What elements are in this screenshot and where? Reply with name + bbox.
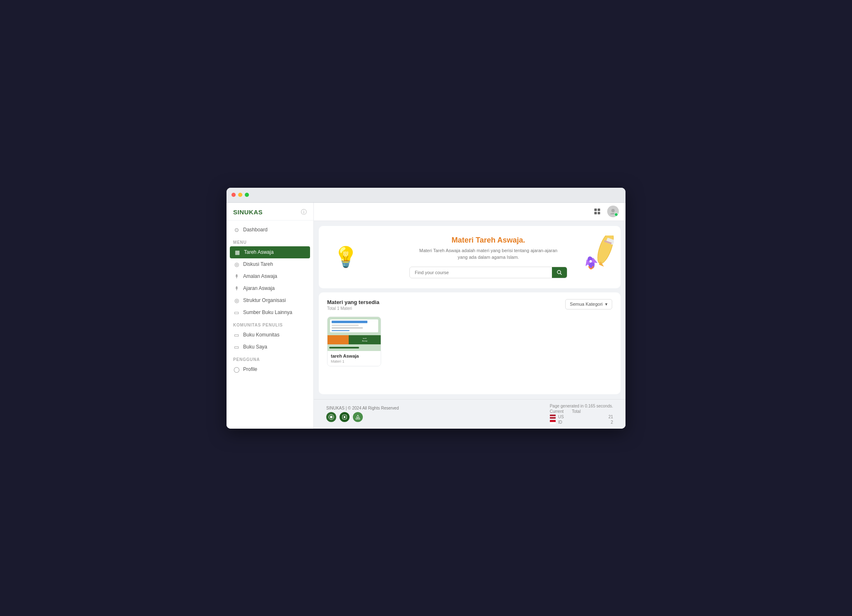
sidebar-item-ajaran-aswaja[interactable]: ↟ Ajaran Aswaja [227, 282, 313, 295]
course-card[interactable]: tarehAswaja tareh Aswaja Materi 1 [327, 317, 381, 366]
sidebar-item-label: Buku Saya [243, 344, 267, 350]
search-bar [409, 267, 567, 278]
stats-total-label: Total [572, 409, 581, 414]
sidebar-item-label: Sumber Buku Lainnya [243, 309, 292, 315]
top-bar [314, 203, 625, 221]
course-sub: Materi 1 [331, 359, 377, 363]
sidebar-item-label: Struktur Organisasi [243, 297, 286, 303]
sidebar-item-label: Buku Komunitas [243, 332, 279, 338]
hero-decoration [581, 236, 614, 279]
footer-copyright: SINUKAS | © 2024 All Rights Reserved [326, 406, 399, 410]
search-button[interactable] [552, 267, 567, 278]
section-subtitle: Total 1 Materi [327, 306, 379, 311]
footer-logos [326, 412, 399, 422]
dashboard-icon: ⊙ [233, 227, 240, 233]
us-label: US [558, 415, 564, 419]
sidebar-item-buku-komunitas[interactable]: ▭ Buku Komunitas [227, 329, 313, 341]
sidebar-item-label: Dashboard [243, 227, 268, 233]
search-input[interactable] [410, 267, 552, 278]
sidebar-item-label: Tareh Aswaja [244, 249, 273, 255]
diskusi-icon: ◎ [233, 261, 240, 268]
course-grid: tarehAswaja tareh Aswaja Materi 1 [327, 317, 612, 366]
sidebar-logo: SINUKAS ⓘ [227, 203, 313, 221]
footer-logo-3 [353, 412, 363, 422]
hero-title: Materi Tareh Aswaja. [369, 236, 608, 245]
svg-rect-20 [344, 416, 345, 418]
id-total: 2 [611, 420, 613, 425]
chevron-down-icon: ▾ [605, 302, 608, 307]
profile-icon: ◯ [233, 366, 240, 373]
filter-dropdown[interactable]: Semua Kategori ▾ [565, 299, 612, 309]
buku-komunitas-icon: ▭ [233, 332, 240, 338]
info-icon[interactable]: ⓘ [301, 209, 307, 216]
sidebar-nav: ⊙ Dashboard MENU ▦ Tareh Aswaja ◎ Diskus… [227, 221, 313, 429]
sidebar-item-label: Diskusi Tareh [243, 261, 273, 267]
course-thumbnail: tarehAswaja [328, 317, 381, 351]
ajaran-icon: ↟ [233, 285, 240, 292]
us-flag [550, 415, 556, 419]
footer-logo-2 [340, 412, 350, 422]
pengguna-section-label: PENGGUNA [227, 353, 313, 363]
sidebar: SINUKAS ⓘ ⊙ Dashboard MENU ▦ Tareh Aswaj… [227, 203, 314, 429]
course-section: Materi yang tersedia Total 1 Materi Semu… [319, 292, 621, 394]
sidebar-item-label: Ajaran Aswaja [243, 285, 275, 291]
svg-rect-2 [594, 212, 597, 214]
sidebar-item-diskusi-tareh[interactable]: ◎ Diskusi Tareh [227, 258, 313, 270]
buku-saya-icon: ▭ [233, 344, 240, 350]
us-total: 21 [608, 415, 613, 419]
course-name: tareh Aswaja [331, 353, 377, 358]
svg-line-6 [560, 273, 561, 275]
hero-text-block: Materi Tareh Aswaja. Materi Tareh Aswaja… [369, 236, 608, 278]
amalan-icon: ↟ [233, 273, 240, 280]
sidebar-item-label: Amalan Aswaja [243, 273, 277, 279]
stat-row-id: ID 2 [550, 420, 613, 425]
stats-current-label: Current [550, 409, 564, 414]
sidebar-item-sumber-buku-lainnya[interactable]: ▭ Sumber Buku Lainnya [227, 307, 313, 319]
main-content: 💡 Materi Tareh Aswaja. Materi Tareh Aswa… [314, 221, 625, 399]
svg-rect-0 [594, 209, 597, 211]
footer-performance: Page generated in 0.165 seconds. [550, 404, 613, 408]
svg-point-18 [330, 416, 332, 418]
right-panel: 💡 Materi Tareh Aswaja. Materi Tareh Aswa… [314, 203, 625, 429]
hero-mascot: 💡 [331, 243, 360, 272]
course-info: tareh Aswaja Materi 1 [328, 351, 381, 366]
sidebar-item-label: Profile [243, 366, 257, 372]
footer-logo-1 [326, 412, 336, 422]
sidebar-item-amalan-aswaja[interactable]: ↟ Amalan Aswaja [227, 270, 313, 282]
komunitas-section-label: KOMUNITAS PENULIS [227, 319, 313, 329]
app-title: SINUKAS [233, 209, 263, 216]
hero-subtitle: Materi Tareh Aswaja adalah materi yang b… [418, 247, 559, 261]
hero-banner: 💡 Materi Tareh Aswaja. Materi Tareh Aswa… [319, 226, 621, 288]
thumb-text: tarehAswaja [362, 337, 367, 342]
section-header: Materi yang tersedia Total 1 Materi Semu… [327, 299, 612, 311]
stat-row-us: US 21 [550, 415, 613, 419]
svg-point-22 [357, 417, 359, 419]
grid-icon-button[interactable] [591, 206, 603, 217]
sidebar-item-profile[interactable]: ◯ Profile [227, 363, 313, 375]
sidebar-item-dashboard[interactable]: ⊙ Dashboard [227, 224, 313, 236]
sidebar-item-struktur-organisasi[interactable]: ◎ Struktur Organisasi [227, 295, 313, 307]
id-label: ID [558, 420, 562, 425]
user-avatar[interactable] [607, 206, 619, 217]
id-flag [550, 420, 556, 424]
svg-point-4 [611, 209, 615, 212]
menu-section-label: MENU [227, 236, 313, 246]
footer: SINUKAS | © 2024 All Rights Reserved [314, 399, 625, 429]
struktur-icon: ◎ [233, 297, 240, 304]
svg-rect-1 [598, 209, 600, 211]
sidebar-item-tareh-aswaja[interactable]: ▦ Tareh Aswaja [230, 246, 310, 258]
sumber-icon: ▭ [233, 309, 240, 316]
sidebar-item-buku-saya[interactable]: ▭ Buku Saya [227, 341, 313, 353]
tareh-icon: ▦ [234, 249, 241, 255]
footer-stats: Page generated in 0.165 seconds. Current… [550, 404, 613, 425]
section-title: Materi yang tersedia [327, 299, 379, 305]
svg-rect-3 [598, 212, 600, 214]
